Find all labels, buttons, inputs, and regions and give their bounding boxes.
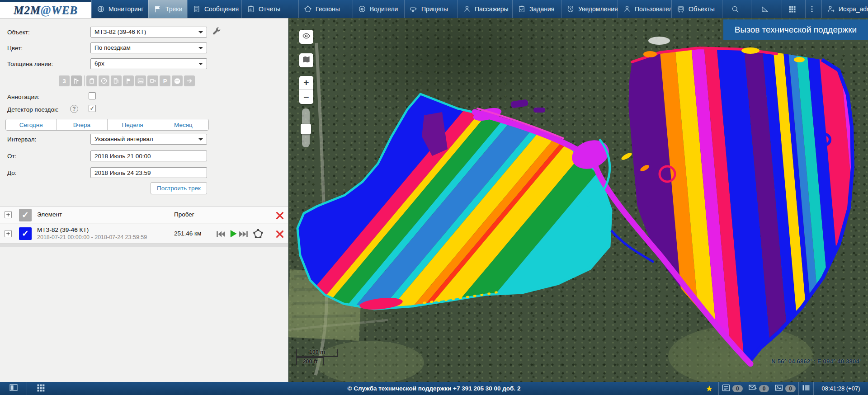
zoom-out-button[interactable]: − [299,90,313,104]
tab-reports[interactable]: Отчеты [241,0,298,18]
tab-label: Треки [165,5,182,13]
trailer-icon [410,5,418,13]
track-table-row[interactable]: ✓ МТЗ-82 (39-46 КТ) 2018-07-21 00:00:00 … [0,224,288,244]
scale-imperial: 200 ft [296,357,324,365]
cluster-count-toggle[interactable]: 3 [59,75,70,86]
favorites-star-icon[interactable]: ★ [700,384,718,394]
report-icon [722,383,731,394]
person-icon [623,5,631,13]
column-mileage[interactable]: Пробег [174,211,194,218]
range-yesterday-button[interactable]: Вчера [57,119,107,130]
help-icon[interactable]: ? [70,105,78,113]
arrow-toggle[interactable] [184,75,195,86]
flag-toggle[interactable] [123,75,134,86]
tab-drivers[interactable]: Водители [353,0,404,18]
tab-geofences[interactable]: Геозоны [298,0,353,18]
clear-all-close-icon[interactable] [275,211,285,220]
flags-toggle[interactable] [71,75,82,86]
tab-label: Пассажиры [475,5,509,13]
toggle-panel-button[interactable] [0,382,27,395]
tab-label: Геозоны [316,5,340,13]
tab-label: Уведомления [578,5,618,13]
tab-notifications[interactable]: Уведомления [561,0,618,18]
clipboard-check-icon [518,5,526,13]
reports-count-badge: 0 [732,385,743,392]
tab-messages[interactable]: Сообщения [187,0,241,18]
apps-grid-button[interactable] [782,0,805,18]
line-width-select[interactable]: 6px [90,58,207,69]
color-select[interactable]: По поездкам [90,42,207,53]
truck-front-icon [677,5,685,13]
color-label: Цвет: [7,45,23,52]
top-navigation: M2M@WEB Мониторинг Треки Сообщения Отчет… [0,0,868,18]
tab-label: Мониторинг [108,5,144,13]
map-icon [302,55,311,66]
column-element[interactable]: Элемент [37,211,62,218]
range-month-button[interactable]: Месяц [158,119,208,130]
quick-range-group: Сегодня Вчера Неделя Месяц [5,119,209,131]
tab-passengers[interactable]: Пассажиры [458,0,512,18]
interval-select[interactable]: Указанный интервал [90,134,207,145]
row-checkbox[interactable]: ✓ [19,227,32,240]
object-label: Объект: [7,29,30,36]
build-track-button[interactable]: Построить трек [151,182,207,194]
widgets-grid-button[interactable] [27,382,54,395]
row-mileage: 251.46 км [174,230,201,237]
tab-trailers[interactable]: Прицепы [404,0,458,18]
app-logo[interactable]: M2M@WEB [0,0,91,18]
from-date-input[interactable] [90,150,207,161]
remove-track-close-icon[interactable] [275,230,285,239]
to-date-input[interactable] [90,167,207,178]
zoom-in-button[interactable]: + [299,76,313,90]
map-canvas[interactable]: + − Вызов технической поддержки 100 m 20… [288,18,868,382]
range-week-button[interactable]: Неделя [108,119,158,130]
tab-objects[interactable]: Объекты [671,0,722,18]
tab-label: Задания [529,5,554,13]
row-period: 2018-07-21 00:00:00 - 2018-07-24 23:59:5… [37,234,147,240]
annotations-label: Аннотации: [7,94,39,100]
tab-tracks[interactable]: Треки [148,0,187,18]
tab-monitoring[interactable]: Мониторинг [91,0,148,18]
layout-columns-button[interactable] [799,383,813,394]
expand-row-icon[interactable] [5,230,12,237]
expand-all-icon[interactable] [5,211,12,218]
annotations-checkbox[interactable] [89,92,96,99]
photos-button[interactable]: 0 [772,383,798,394]
fuel-canister-toggle[interactable] [86,75,97,86]
wrench-icon[interactable] [212,27,222,37]
person-icon [463,5,471,13]
video-toggle[interactable] [147,75,158,86]
cursor-coordinates: N 56° 04.6862' : E 094° 40.3804' [771,358,861,365]
geofence-from-track-icon[interactable] [252,228,264,240]
measure-button[interactable] [751,0,782,18]
select-all-checkbox[interactable]: ✓ [19,209,32,221]
account-menu[interactable]: Искра_adm [821,0,868,18]
skip-start-icon[interactable] [216,230,226,239]
search-icon [731,5,739,13]
messages-count-badge: 0 [759,385,769,392]
parking-toggle[interactable]: P [160,75,170,86]
tab-label: Сообщения [204,5,239,13]
support-call-banner[interactable]: Вызов технической поддержки [723,19,868,40]
incoming-messages-button[interactable]: 0 [745,383,772,394]
play-icon[interactable] [228,229,238,238]
more-menu-button[interactable] [805,0,821,18]
tab-users[interactable]: Пользователи [618,0,671,18]
zoom-slider-handle[interactable] [301,124,311,134]
polygon-icon [304,5,312,13]
gauge-toggle[interactable] [99,75,109,86]
status-bar: © Служба технической поддержки +7 391 20… [0,382,868,395]
reports-queue-button[interactable]: 0 [719,383,745,394]
trip-detector-checkbox[interactable]: ✓ [89,105,96,112]
alarm-clock-icon [566,5,575,13]
layers-button[interactable] [299,53,313,67]
search-button[interactable] [722,0,751,18]
visibility-button[interactable] [299,30,313,44]
range-today-button[interactable]: Сегодня [6,119,57,130]
fuel-station-toggle[interactable] [111,75,122,86]
skip-end-icon[interactable] [239,230,249,239]
object-select[interactable]: МТЗ-82 (39-46 КТ) [90,27,207,38]
stop-toggle[interactable] [172,75,183,86]
tab-tasks[interactable]: Задания [512,0,561,18]
photo-toggle[interactable] [135,75,146,86]
